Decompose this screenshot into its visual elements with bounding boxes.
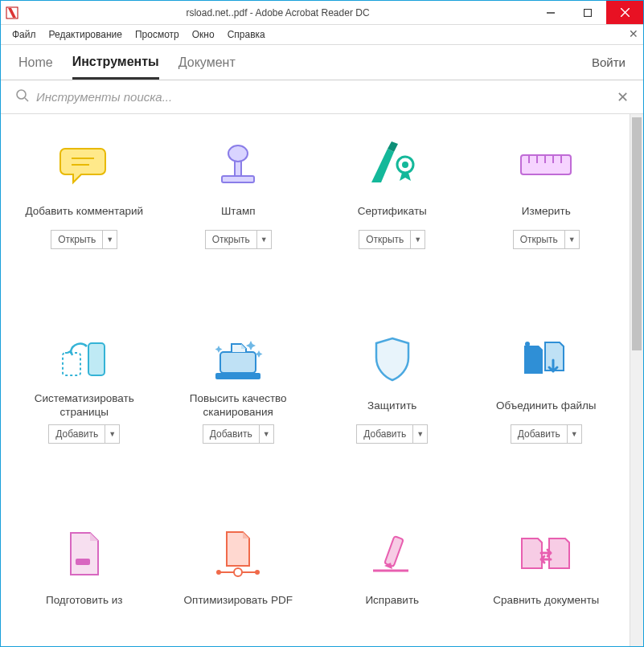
svg-line-6	[25, 98, 28, 101]
tool-action-button[interactable]: Добавить▼	[511, 424, 582, 444]
tool-protect[interactable]: Защитить Добавить▼	[315, 331, 470, 444]
ruler-icon	[514, 137, 578, 193]
content-area: Добавить комментарий Открыть▼ Штамп Откр…	[1, 114, 643, 646]
tool-label: Исправить	[365, 587, 419, 614]
menu-edit[interactable]: Редактирование	[43, 25, 129, 45]
compare-documents-icon	[514, 526, 578, 582]
tool-comment[interactable]: Добавить комментарий Открыть▼	[7, 137, 162, 249]
tool-label: Защитить	[367, 392, 416, 420]
menubar: Файл Редактирование Просмотр Окно Справк…	[1, 25, 643, 45]
menu-help[interactable]: Справка	[221, 25, 272, 45]
window-title: rsload.net..pdf - Adobe Acrobat Reader D…	[23, 1, 532, 24]
tool-label: Повысить качество сканирования	[166, 392, 311, 420]
sign-in-link[interactable]: Войти	[592, 55, 626, 69]
tool-label: Сравнить документы	[493, 587, 599, 614]
tab-home[interactable]: Home	[18, 47, 53, 78]
comment-icon	[52, 137, 117, 193]
app-window: rsload.net..pdf - Adobe Acrobat Reader D…	[0, 0, 644, 647]
stamp-icon	[206, 137, 270, 193]
search-icon	[15, 88, 30, 106]
tool-certificates[interactable]: Сертификаты Открыть▼	[315, 137, 470, 249]
redact-icon	[360, 526, 425, 582]
minimize-button[interactable]	[532, 1, 569, 24]
organize-pages-icon	[52, 331, 117, 387]
svg-rect-21	[63, 353, 80, 375]
optimize-pdf-icon	[206, 526, 270, 582]
tool-action-button[interactable]: Открыть▼	[205, 230, 272, 249]
svg-rect-20	[88, 343, 105, 375]
svg-point-5	[17, 90, 26, 99]
tool-action-button[interactable]: Открыть▼	[359, 230, 425, 249]
certificate-icon	[360, 137, 425, 193]
tool-action-button[interactable]: Открыть▼	[51, 230, 117, 249]
tool-label: Измерить	[522, 198, 571, 225]
tools-grid-container: Добавить комментарий Открыть▼ Штамп Откр…	[1, 114, 630, 646]
menu-file[interactable]: Файл	[6, 25, 43, 45]
clear-search-icon[interactable]: ✕	[617, 88, 629, 106]
tool-label: Сертификаты	[358, 198, 427, 225]
search-input[interactable]	[36, 90, 617, 104]
tool-label: Добавить комментарий	[25, 198, 143, 225]
app-icon	[1, 1, 23, 24]
tool-enhance-scan[interactable]: Повысить качество сканирования Добавить▼	[162, 331, 316, 444]
svg-rect-9	[222, 176, 254, 182]
svg-rect-23	[215, 373, 260, 379]
svg-rect-2	[585, 9, 592, 16]
tools-grid: Добавить комментарий Открыть▼ Штамп Откр…	[7, 137, 623, 614]
svg-point-11	[228, 145, 248, 162]
svg-rect-31	[384, 536, 404, 567]
svg-point-13	[402, 162, 408, 168]
tab-tools[interactable]: Инструменты	[72, 47, 159, 80]
shield-icon	[360, 331, 425, 387]
tab-bar: Home Инструменты Документ Войти	[1, 45, 643, 80]
svg-point-24	[525, 342, 530, 346]
tool-action-button[interactable]: Добавить▼	[356, 424, 428, 444]
search-bar: ✕	[1, 80, 643, 114]
close-button[interactable]	[606, 1, 643, 24]
tool-action-button[interactable]: Добавить▼	[203, 424, 274, 444]
tool-measure[interactable]: Измерить Открыть▼	[470, 137, 624, 249]
svg-point-28	[255, 570, 260, 575]
tool-action-button[interactable]: Открыть▼	[513, 230, 580, 249]
maximize-button[interactable]	[569, 1, 606, 24]
document-close-icon[interactable]: ✕	[629, 27, 638, 40]
titlebar: rsload.net..pdf - Adobe Acrobat Reader D…	[1, 1, 643, 25]
scrollbar-thumb[interactable]	[632, 117, 642, 350]
tool-stamp[interactable]: Штамп Открыть▼	[162, 137, 316, 249]
tool-action-button[interactable]: Добавить▼	[48, 424, 120, 444]
tool-compare-documents[interactable]: Сравнить документы	[470, 526, 624, 614]
prepare-form-icon	[52, 526, 117, 582]
tool-optimize-pdf[interactable]: Оптимизировать PDF	[162, 526, 316, 614]
combine-files-icon	[514, 331, 578, 387]
svg-point-27	[216, 570, 221, 575]
svg-rect-25	[76, 559, 90, 565]
enhance-scan-icon	[206, 331, 270, 387]
tool-redact[interactable]: Исправить	[315, 526, 470, 614]
tool-prepare-from[interactable]: Подготовить из	[7, 526, 162, 614]
tool-combine-files[interactable]: Объединить файлы Добавить▼	[470, 331, 624, 444]
svg-rect-22	[220, 352, 256, 373]
tool-label: Штамп	[221, 198, 256, 225]
scrollbar[interactable]	[630, 114, 643, 646]
menu-window[interactable]: Окно	[186, 25, 221, 45]
tool-label: Объединить файлы	[496, 392, 597, 420]
tool-label: Оптимизировать PDF	[184, 587, 293, 614]
tab-document[interactable]: Документ	[178, 47, 236, 78]
svg-point-29	[234, 568, 242, 576]
tool-label: Систематизировать страницы	[12, 392, 157, 420]
tool-organize-pages[interactable]: Систематизировать страницы Добавить▼	[7, 331, 162, 444]
tool-label: Подготовить из	[46, 587, 123, 614]
menu-view[interactable]: Просмотр	[129, 25, 186, 45]
